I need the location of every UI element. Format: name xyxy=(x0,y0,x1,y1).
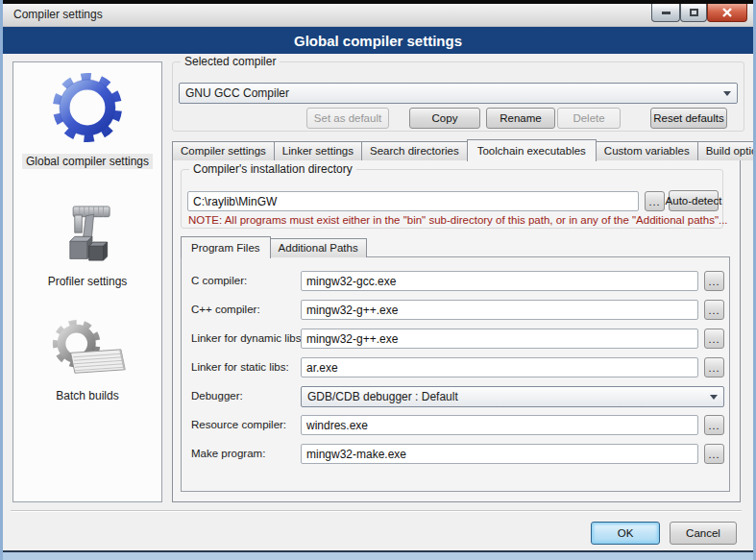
resource-compiler-input[interactable] xyxy=(301,415,698,435)
tab-linker-settings[interactable]: Linker settings xyxy=(274,141,362,160)
chevron-down-icon xyxy=(710,395,718,400)
dynamic-linker-row: Linker for dynamic libs: ... xyxy=(182,329,729,349)
subtab-program-files[interactable]: Program Files xyxy=(181,236,271,258)
make-program-browse-button[interactable]: ... xyxy=(704,444,724,464)
cpp-compiler-browse-button[interactable]: ... xyxy=(704,300,724,320)
installation-browse-button[interactable]: ... xyxy=(645,191,665,211)
compiler-settings-dialog: Compiler settings Global compiler settin… xyxy=(0,0,756,560)
close-button[interactable] xyxy=(707,4,747,22)
c-compiler-browse-button[interactable]: ... xyxy=(704,271,724,291)
group-legend: Selected compiler xyxy=(181,55,280,68)
program-subtabs: Program Files Additional Paths xyxy=(181,237,367,257)
debugger-row: Debugger: GDB/CDB debugger : Default xyxy=(182,386,729,406)
installation-note: NOTE: All programs must exist either in … xyxy=(188,214,728,226)
copy-button[interactable]: Copy xyxy=(409,108,480,129)
debugger-select[interactable]: GDB/CDB debugger : Default xyxy=(301,386,724,407)
static-linker-row: Linker for static libs: ... xyxy=(182,357,729,377)
settings-sidebar: Global compiler settings xyxy=(12,61,162,502)
tab-compiler-settings[interactable]: Compiler settings xyxy=(172,141,275,160)
dynamic-linker-input[interactable] xyxy=(301,329,698,349)
gray-gear-papers-icon xyxy=(45,316,130,385)
sidebar-item-profiler-settings[interactable]: Profiler settings xyxy=(44,200,132,289)
rename-button[interactable]: Rename xyxy=(486,108,555,129)
installation-directory-group: Compiler's installation directory ... Au… xyxy=(181,169,723,229)
cpp-compiler-input[interactable] xyxy=(301,300,698,320)
cancel-button[interactable]: Cancel xyxy=(670,522,737,545)
subtab-additional-paths[interactable]: Additional Paths xyxy=(270,238,367,257)
minimize-icon xyxy=(662,12,671,14)
resource-compiler-row: Resource compiler: ... xyxy=(182,415,729,435)
tab-custom-variables[interactable]: Custom variables xyxy=(596,141,698,160)
static-linker-browse-button[interactable]: ... xyxy=(704,357,724,377)
window-bottom-border xyxy=(3,550,753,560)
dialog-header: Global compiler settings xyxy=(3,27,753,54)
program-files-panel: C compiler: ... C++ compiler: ... Linker… xyxy=(181,256,730,492)
delete-button[interactable]: Delete xyxy=(557,108,621,129)
field-label: Resource compiler: xyxy=(191,419,286,430)
maximize-button[interactable] xyxy=(680,4,707,22)
sidebar-item-label: Batch builds xyxy=(52,388,122,403)
reset-defaults-button[interactable]: Reset defaults xyxy=(650,108,727,129)
compiler-notebook-tabs: Compiler settings Linker settings Search… xyxy=(172,137,756,160)
sidebar-item-batch-builds[interactable]: Batch builds xyxy=(45,316,130,403)
field-label: Make program: xyxy=(191,448,265,459)
static-linker-input[interactable] xyxy=(301,357,698,377)
maximize-icon xyxy=(690,9,698,16)
compiler-select[interactable]: GNU GCC Compiler xyxy=(179,83,738,104)
field-label: C++ compiler: xyxy=(191,304,260,315)
tab-toolchain-executables[interactable]: Toolchain executables xyxy=(467,139,597,161)
make-program-input[interactable] xyxy=(301,444,698,464)
field-label: Debugger: xyxy=(191,390,243,402)
close-icon xyxy=(721,4,733,21)
selected-compiler-group: Selected compiler GNU GCC Compiler Set a… xyxy=(172,61,744,132)
compiler-select-value: GNU GCC Compiler xyxy=(185,86,718,100)
footer-separator xyxy=(11,510,742,512)
toolchain-executables-panel: Compiler's installation directory ... Au… xyxy=(172,159,741,502)
sidebar-item-global-compiler-settings[interactable]: Global compiler settings xyxy=(22,68,153,169)
ok-button[interactable]: OK xyxy=(591,522,660,545)
minimize-button[interactable] xyxy=(651,4,680,22)
window-title: Compiler settings xyxy=(13,8,103,21)
group-legend: Compiler's installation directory xyxy=(189,162,356,176)
make-program-row: Make program: ... xyxy=(182,444,729,464)
tab-build-options[interactable]: Build options xyxy=(697,141,756,160)
chevron-down-icon xyxy=(723,91,731,96)
dynamic-linker-browse-button[interactable]: ... xyxy=(704,329,724,349)
titlebar[interactable]: Compiler settings xyxy=(3,0,753,27)
cpp-compiler-row: C++ compiler: ... xyxy=(182,300,729,320)
c-compiler-input[interactable] xyxy=(301,271,698,291)
resource-compiler-browse-button[interactable]: ... xyxy=(704,415,724,435)
tab-search-directories[interactable]: Search directories xyxy=(361,141,468,160)
field-label: C compiler: xyxy=(191,275,247,286)
set-as-default-button[interactable]: Set as default xyxy=(306,108,389,129)
sidebar-item-label: Profiler settings xyxy=(44,274,132,289)
caption-buttons xyxy=(651,4,747,22)
caliper-icon xyxy=(56,200,119,271)
auto-detect-button[interactable]: Auto-detect xyxy=(669,190,719,211)
sidebar-item-label: Global compiler settings xyxy=(22,154,153,169)
c-compiler-row: C compiler: ... xyxy=(182,271,729,291)
installation-directory-input[interactable] xyxy=(187,191,639,211)
page-title: Global compiler settings xyxy=(294,33,462,49)
field-label: Linker for dynamic libs: xyxy=(191,332,305,344)
debugger-select-value: GDB/CDB debugger : Default xyxy=(307,390,704,403)
field-label: Linker for static libs: xyxy=(191,361,289,373)
blue-gear-icon xyxy=(48,68,127,151)
